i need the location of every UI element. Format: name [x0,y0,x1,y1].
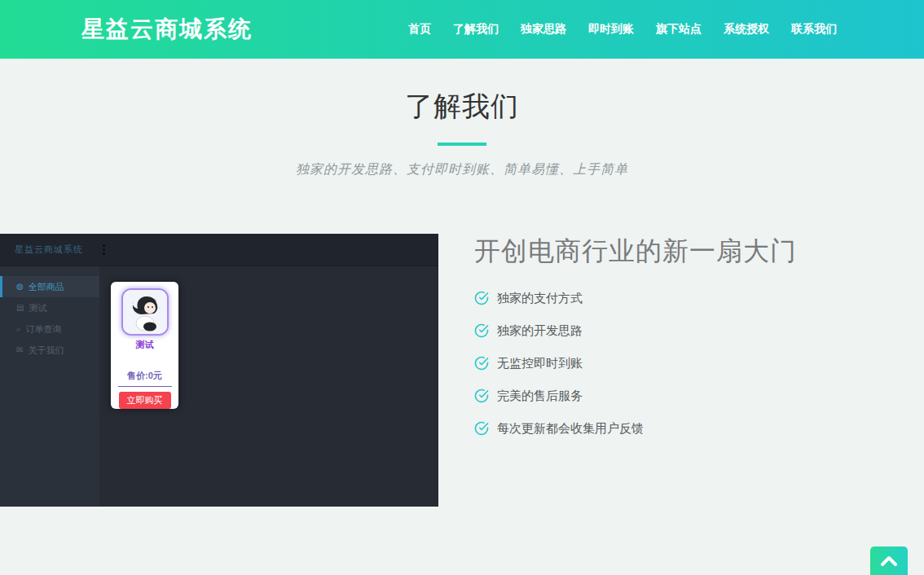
sidebar-item[interactable]: ✉ 关于我们 [0,340,99,361]
feature-label: 独家的支付方式 [497,291,583,306]
feature-item: 独家的开发思路 [474,323,825,338]
feature-label: 每次更新都会收集用户反馈 [497,421,644,437]
product-card: 测试 售价:0元 立即购买 [111,282,178,409]
sidebar-item-icon: ▤ [16,304,24,312]
buy-now-button[interactable]: 立即购买 [119,392,171,409]
sidebar-item-icon: ⌕ [16,325,21,333]
screenshot-topbar: 星益云商城系统 [0,234,438,266]
title-divider [438,143,486,146]
check-circle-icon [474,323,489,338]
check-circle-icon [474,388,489,403]
sidebar-item[interactable]: ⌕ 订单查询 [0,318,99,340]
feature-list: 独家的支付方式 独家的开发思路 无监控即时到账 [474,291,825,436]
screenshot-brand: 星益云商城系统 [15,244,83,256]
section-header: 了解我们 独家的开发思路、支付即时到账、简单易懂、上手简单 [0,88,924,178]
page-title: 了解我们 [0,88,924,125]
sidebar-item-label: 测试 [29,302,46,314]
nav-item[interactable]: 即时到账 [588,22,634,37]
main-nav: 首页了解我们独家思路即时到账旗下站点系统授权联系我们 [408,22,837,37]
nav-item[interactable]: 旗下站点 [656,22,702,37]
product-name: 测试 [136,339,154,351]
sidebar-item[interactable]: ◍ 全部商品 [0,276,99,297]
feature-label: 完美的售后服务 [497,388,583,404]
nav-item[interactable]: 联系我们 [791,22,837,37]
page: 星益云商城系统 首页了解我们独家思路即时到账旗下站点系统授权联系我们 了解我们 … [0,0,924,575]
site-header: 星益云商城系统 首页了解我们独家思路即时到账旗下站点系统授权联系我们 [0,0,924,59]
feature-label: 独家的开发思路 [497,323,583,339]
sidebar-item-label: 关于我们 [28,345,64,357]
site-logo-title: 星益云商城系统 [81,14,253,45]
nav-item[interactable]: 首页 [408,22,431,37]
product-image [121,288,169,336]
feature-item: 无监控即时到账 [474,356,825,371]
feature-item: 每次更新都会收集用户反馈 [474,421,825,436]
screenshot-body: ◍ 全部商品 ▤ 测试 ⌕ 订单查询 ✉ 关于我们 [0,266,438,506]
feature-label: 无监控即时到账 [497,356,583,371]
nav-item[interactable]: 了解我们 [453,22,499,37]
sidebar-item[interactable]: ▤ 测试 [0,297,99,318]
about-content: 开创电商行业的新一扇大门 独家的支付方式 独家的开发思路 [474,234,825,454]
product-price: 售价:0元 [127,370,162,382]
screenshot-main-area: 测试 售价:0元 立即购买 [99,266,438,506]
nav-item[interactable]: 独家思路 [521,22,566,37]
about-heading: 开创电商行业的新一扇大门 [474,234,825,270]
section-subtitle: 独家的开发思路、支付即时到账、简单易懂、上手简单 [0,161,924,178]
chevron-up-icon [880,555,898,566]
check-circle-icon [474,291,489,305]
sidebar-item-icon: ◍ [16,283,24,291]
sidebar-item-icon: ✉ [16,346,23,354]
screenshot-sidebar: ◍ 全部商品 ▤ 测试 ⌕ 订单查询 ✉ 关于我们 [0,266,99,506]
nav-item[interactable]: 系统授权 [724,22,769,37]
kebab-menu-icon[interactable] [103,244,105,255]
product-screenshot: 星益云商城系统 ◍ 全部商品 ▤ 测试 ⌕ 订单查询 ✉ 关于我们 [0,234,438,507]
sidebar-item-label: 全部商品 [29,281,64,293]
feature-item: 完美的售后服务 [474,388,825,403]
back-to-top-button[interactable] [870,546,908,575]
feature-item: 独家的支付方式 [474,291,825,305]
card-divider [118,386,172,387]
sidebar-item-label: 订单查询 [26,323,62,336]
check-circle-icon [474,356,489,371]
check-circle-icon [474,421,489,436]
